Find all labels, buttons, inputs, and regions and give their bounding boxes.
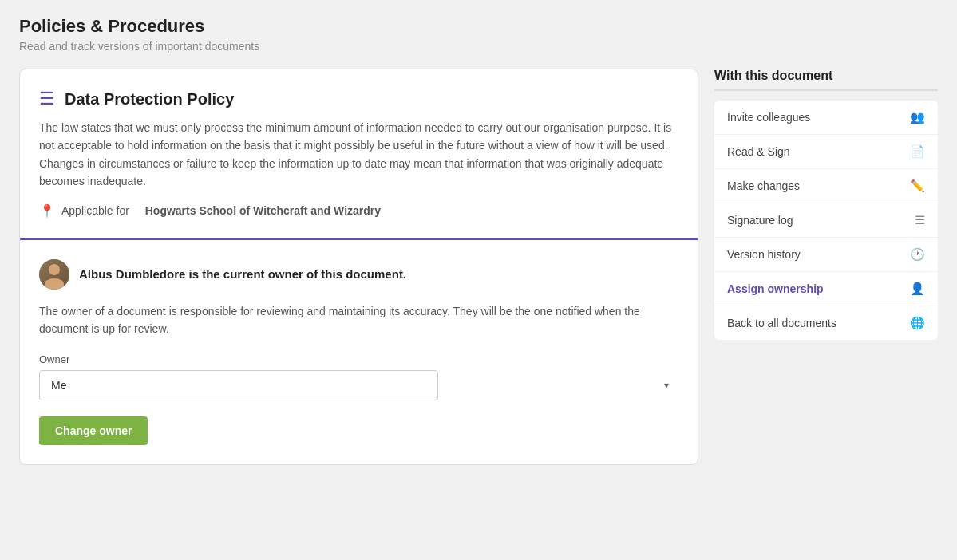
sidebar: With this document Invite colleagues 👥 R… [714,69,938,340]
document-icon: 📄 [910,144,925,159]
owner-label: Owner [39,353,678,365]
person-icon: 👤 [910,282,925,296]
users-icon: 👥 [910,110,925,124]
avatar [39,259,69,290]
page-subtitle: Read and track versions of important doc… [19,40,938,53]
change-owner-button[interactable]: Change owner [39,416,148,445]
ownership-section: Albus Dumbledore is the current owner of… [20,240,698,465]
sidebar-item-make-changes[interactable]: Make changes ✏️ [714,169,938,203]
sidebar-item-back-to-all[interactable]: Back to all documents 🌐 [714,306,938,340]
owner-statement: Albus Dumbledore is the current owner of… [79,267,406,281]
applicable-org: Hogwarts School of Witchcraft and Wizard… [145,204,381,217]
page-title: Policies & Procedures [19,16,938,37]
sidebar-item-label: Back to all documents [727,317,836,329]
sidebar-title: With this document [714,69,938,91]
document-section: ☰ Data Protection Policy The law states … [20,69,698,240]
sidebar-item-signature-log[interactable]: Signature log ☰ [714,203,938,238]
list-icon: ☰ [915,213,925,227]
sidebar-item-label: Invite colleagues [727,111,810,124]
applicable-prefix: Applicable for [61,204,129,217]
document-title: Data Protection Policy [65,90,234,108]
sidebar-item-label: Signature log [727,214,793,227]
pencil-icon: ✏️ [910,179,925,193]
sidebar-item-label: Assign ownership [727,282,824,295]
owner-select-wrapper: Me Albus Dumbledore Other ▾ [39,370,678,400]
sidebar-item-label: Make changes [727,179,800,192]
sidebar-item-label: Read & Sign [727,145,790,158]
clock-icon: 🕐 [910,247,925,262]
owner-select[interactable]: Me Albus Dumbledore Other [39,370,438,400]
owner-header: Albus Dumbledore is the current owner of… [39,259,678,290]
sidebar-item-version-history[interactable]: Version history 🕐 [714,238,938,272]
sidebar-item-invite-colleagues[interactable]: Invite colleagues 👥 [714,101,938,135]
document-header: ☰ Data Protection Policy [39,89,678,109]
chevron-down-icon: ▾ [664,380,669,391]
sidebar-item-assign-ownership[interactable]: Assign ownership 👤 [714,272,938,306]
content-panel: ☰ Data Protection Policy The law states … [19,69,698,465]
sidebar-item-label: Version history [727,248,801,261]
sidebar-item-read-sign[interactable]: Read & Sign 📄 [714,135,938,169]
document-icon: ☰ [39,89,55,109]
document-applicable: 📍 Applicable for Hogwarts School of Witc… [39,203,678,219]
ownership-description: The owner of a document is responsible f… [39,302,678,338]
globe-icon: 🌐 [910,316,925,330]
pin-icon: 📍 [39,203,55,219]
sidebar-nav: Invite colleagues 👥 Read & Sign 📄 Make c… [714,101,938,340]
document-description: The law states that we must only process… [39,119,678,191]
